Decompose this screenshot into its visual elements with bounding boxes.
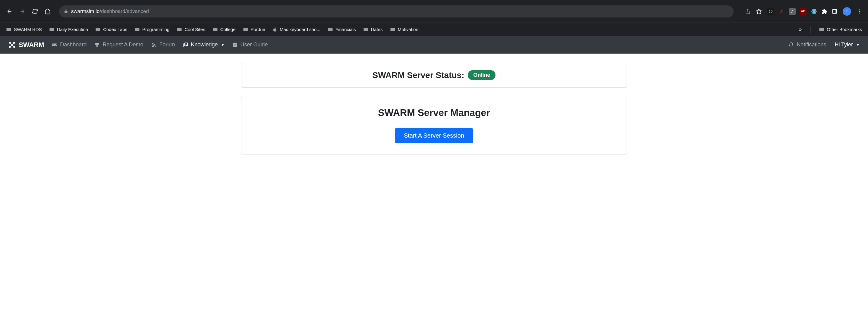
- nav-item-user-guide[interactable]: ?User Guide: [232, 41, 268, 48]
- nav-item-label: User Guide: [240, 41, 268, 48]
- lock-icon: [64, 9, 68, 13]
- nav-item-label: Knowledge: [191, 41, 218, 48]
- bookmark-item[interactable]: College: [213, 27, 236, 32]
- books-icon: [183, 42, 188, 47]
- folder-icon: [213, 27, 218, 32]
- nav-button-group: [6, 8, 51, 15]
- extension-circle-icon[interactable]: [767, 8, 774, 15]
- nav-item-request-a-demo[interactable]: Request A Demo: [94, 41, 143, 48]
- nav-item-label: Forum: [159, 41, 175, 48]
- manager-title: SWARM Server Manager: [378, 107, 490, 118]
- bookmarks-list: SWARM RDSDaily ExecutionCodex LabsProgra…: [6, 27, 792, 32]
- drone-icon: [8, 41, 16, 48]
- arrow-right-icon: [19, 8, 25, 14]
- app-navbar: SWARM DashboardRequest A DemoForumKnowle…: [0, 36, 868, 54]
- folder-icon: [95, 27, 101, 32]
- extension-li-icon[interactable]: li: [778, 8, 785, 15]
- navbar-left: SWARM DashboardRequest A DemoForumKnowle…: [8, 41, 268, 49]
- bookmark-label: College: [220, 27, 236, 32]
- back-button[interactable]: [6, 8, 13, 15]
- chevron-down-icon: ▼: [221, 43, 224, 47]
- home-icon: [44, 8, 51, 14]
- folder-icon: [6, 27, 11, 32]
- share-icon[interactable]: [745, 9, 750, 14]
- bookmark-item[interactable]: Codex Labs: [95, 27, 127, 32]
- trophy-icon: [94, 42, 100, 47]
- extension-icons: li uO: [767, 8, 837, 15]
- svg-text:?: ?: [234, 43, 236, 46]
- bookmark-star-icon[interactable]: [756, 8, 762, 14]
- bookmark-label: Programming: [142, 27, 169, 32]
- nav-item-label: Request A Demo: [102, 41, 143, 48]
- url-path: /dashboard/advanced: [99, 8, 149, 14]
- address-bar[interactable]: swarmsim.io/dashboard/advanced: [59, 5, 734, 17]
- side-panel-icon[interactable]: [832, 9, 837, 14]
- bookmark-overflow[interactable]: »: [799, 26, 802, 33]
- url-host: swarmsim.io: [71, 8, 99, 14]
- folder-icon: [363, 27, 369, 32]
- nav-item-forum[interactable]: Forum: [151, 41, 175, 48]
- nav-item-dashboard[interactable]: Dashboard: [52, 41, 87, 48]
- svg-point-9: [859, 11, 860, 12]
- bookmark-label: Mac keyboard sho...: [280, 27, 320, 32]
- bookmark-item[interactable]: Purdue: [243, 27, 265, 32]
- gamepad-icon: [52, 42, 57, 47]
- extension-translate-icon[interactable]: [789, 8, 796, 15]
- status-card: SWARM Server Status: Online: [241, 63, 627, 87]
- extension-react-icon[interactable]: [811, 8, 817, 15]
- folder-icon: [243, 27, 248, 32]
- reload-icon: [32, 8, 38, 14]
- bookmark-label: Financials: [336, 27, 356, 32]
- bookmark-label: Motivation: [398, 27, 418, 32]
- folder-icon: [177, 27, 182, 32]
- svg-point-10: [859, 12, 860, 13]
- bookmark-item[interactable]: Financials: [328, 27, 356, 32]
- profile-avatar[interactable]: T: [843, 7, 851, 16]
- start-session-button[interactable]: Start A Server Session: [395, 128, 473, 143]
- bookmark-item[interactable]: Motivation: [390, 27, 418, 32]
- bookmark-label: Dates: [371, 27, 383, 32]
- bookmark-label: SWARM RDS: [14, 27, 42, 32]
- chevron-down-icon: ▼: [856, 43, 860, 47]
- bookmark-divider: [810, 26, 810, 33]
- svg-point-2: [813, 11, 814, 12]
- status-badge: Online: [468, 70, 495, 80]
- bookmark-label: Purdue: [251, 27, 265, 32]
- folder-icon: [49, 27, 55, 32]
- status-label: SWARM Server Status:: [373, 70, 464, 80]
- bookmark-label: Codex Labs: [103, 27, 127, 32]
- bookmark-item[interactable]: Mac keyboard sho...: [273, 27, 320, 32]
- reload-button[interactable]: [31, 8, 38, 15]
- chrome-actions: li uO T: [745, 7, 862, 16]
- question-icon: ?: [232, 42, 238, 47]
- forward-button[interactable]: [19, 8, 26, 15]
- navbar-right: Notifications Hi Tyler ▼: [788, 41, 860, 48]
- nav-item-knowledge[interactable]: Knowledge▼: [183, 41, 224, 48]
- svg-marker-0: [756, 9, 762, 13]
- manager-card: SWARM Server Manager Start A Server Sess…: [241, 96, 627, 154]
- user-greeting[interactable]: Hi Tyler ▼: [835, 41, 860, 48]
- bookmark-label: Daily Execution: [57, 27, 88, 32]
- arrow-left-icon: [7, 8, 13, 14]
- chrome-menu-icon[interactable]: [857, 9, 862, 14]
- folder-icon: [819, 27, 824, 32]
- nav-item-label: Dashboard: [60, 41, 87, 48]
- bell-icon: [788, 42, 794, 47]
- bookmark-item[interactable]: Programming: [134, 27, 169, 32]
- notifications-link[interactable]: Notifications: [788, 41, 826, 48]
- extension-ublock-icon[interactable]: uO: [800, 8, 807, 15]
- bookmark-item[interactable]: Cool Sites: [177, 27, 205, 32]
- folder-icon: [134, 27, 140, 32]
- brand[interactable]: SWARM: [8, 41, 44, 49]
- extensions-puzzle-icon[interactable]: [822, 8, 828, 14]
- bookmark-item[interactable]: SWARM RDS: [6, 27, 42, 32]
- bookmark-item[interactable]: Daily Execution: [49, 27, 88, 32]
- bookmark-item[interactable]: Dates: [363, 27, 383, 32]
- browser-toolbar: swarmsim.io/dashboard/advanced li uO T: [0, 0, 868, 23]
- bookmark-label: Cool Sites: [184, 27, 205, 32]
- bookmark-bar: SWARM RDSDaily ExecutionCodex LabsProgra…: [0, 23, 868, 36]
- other-bookmarks[interactable]: Other Bookmarks: [819, 27, 862, 32]
- home-button[interactable]: [44, 8, 51, 15]
- svg-point-1: [769, 10, 772, 13]
- url-text: swarmsim.io/dashboard/advanced: [71, 8, 149, 14]
